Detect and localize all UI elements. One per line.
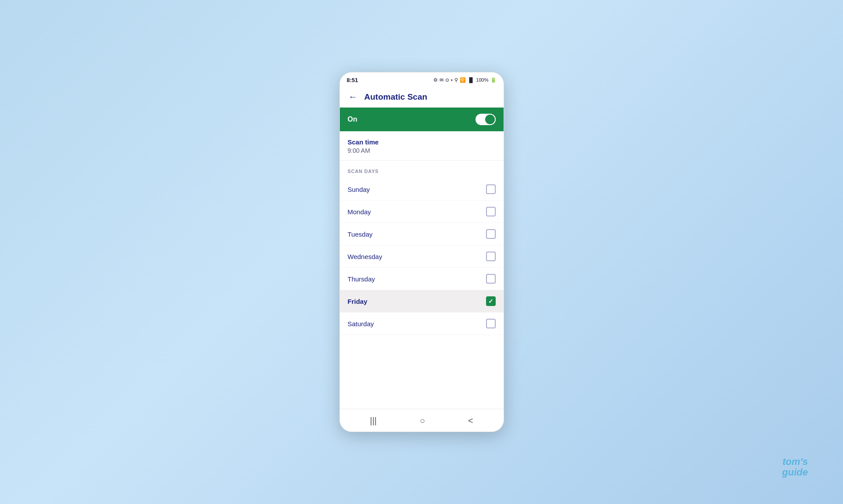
day-row-saturday[interactable]: Saturday: [340, 313, 504, 335]
app-bar: ← Automatic Scan: [340, 86, 504, 108]
back-button[interactable]: ←: [347, 90, 359, 104]
automatic-scan-toggle[interactable]: [476, 114, 496, 125]
nav-back-icon[interactable]: <: [461, 414, 480, 428]
settings-icon: ⚙: [433, 77, 438, 83]
day-label-tuesday: Tuesday: [348, 230, 373, 238]
day-row-sunday[interactable]: Sunday: [340, 178, 504, 201]
day-row-wednesday[interactable]: Wednesday: [340, 245, 504, 268]
day-label-thursday: Thursday: [348, 275, 375, 283]
day-checkbox-friday[interactable]: [486, 296, 496, 306]
status-time: 8:51: [347, 77, 358, 83]
nav-menu-icon[interactable]: |||: [363, 414, 384, 428]
nav-home-icon[interactable]: ○: [413, 414, 432, 428]
toggle-label: On: [348, 115, 357, 123]
day-label-sunday: Sunday: [348, 186, 370, 193]
status-bar: 8:51 ⚙ ✉ ⊙ • ⚲ 🛜 ▐▌ 100% 🔋: [340, 72, 504, 86]
scan-time-label: Scan time: [348, 138, 496, 146]
day-checkbox-saturday[interactable]: [486, 319, 496, 328]
content-area: Scan time 9:00 AM SCAN DAYS SundayMonday…: [340, 131, 504, 409]
page-title: Automatic Scan: [364, 92, 497, 102]
toggle-row[interactable]: On: [340, 108, 504, 131]
signal-icon: ▐▌: [468, 77, 475, 83]
day-label-wednesday: Wednesday: [348, 253, 382, 260]
day-row-friday[interactable]: Friday: [340, 290, 504, 313]
watermark: tom's guide: [782, 457, 808, 478]
day-row-tuesday[interactable]: Tuesday: [340, 223, 504, 245]
scan-days-header: SCAN DAYS: [340, 161, 504, 178]
sync-icon: ⊙: [445, 77, 449, 83]
day-checkbox-tuesday[interactable]: [486, 229, 496, 239]
battery-level: 100%: [476, 77, 488, 83]
days-list: SundayMondayTuesdayWednesdayThursdayFrid…: [340, 178, 504, 335]
phone-frame: 8:51 ⚙ ✉ ⊙ • ⚲ 🛜 ▐▌ 100% 🔋 ← Automatic S…: [339, 72, 504, 432]
day-label-saturday: Saturday: [348, 320, 374, 328]
mail-icon: ✉: [440, 77, 443, 83]
dot-icon: •: [451, 77, 453, 83]
day-row-thursday[interactable]: Thursday: [340, 268, 504, 290]
day-label-friday: Friday: [348, 298, 367, 305]
scan-days-title: SCAN DAYS: [348, 169, 379, 174]
status-icons: ⚙ ✉ ⊙ • ⚲ 🛜 ▐▌ 100% 🔋: [433, 77, 497, 83]
scan-time-row[interactable]: Scan time 9:00 AM: [340, 131, 504, 161]
wifi-icon: 🛜: [460, 77, 466, 83]
day-checkbox-sunday[interactable]: [486, 184, 496, 194]
day-row-monday[interactable]: Monday: [340, 201, 504, 223]
day-label-monday: Monday: [348, 208, 371, 216]
scan-time-value: 9:00 AM: [348, 147, 496, 154]
day-checkbox-wednesday[interactable]: [486, 252, 496, 261]
nav-bar: ||| ○ <: [340, 409, 504, 432]
battery-icon: 🔋: [490, 77, 497, 83]
day-checkbox-monday[interactable]: [486, 207, 496, 216]
day-checkbox-thursday[interactable]: [486, 274, 496, 284]
location-icon: ⚲: [454, 77, 458, 83]
